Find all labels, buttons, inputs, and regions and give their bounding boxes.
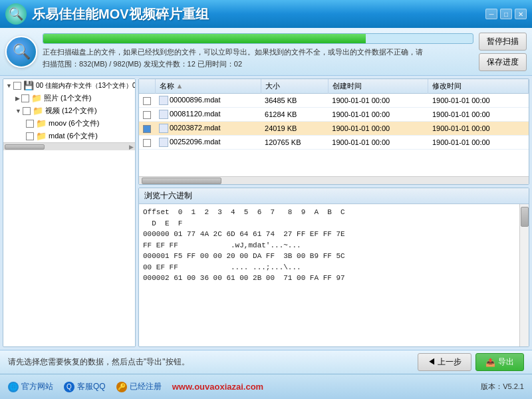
window-controls: ─ □ ✕ <box>485 9 527 19</box>
registered-link[interactable]: 🔑 已经注册 <box>116 381 162 392</box>
folder-icon-moov: 📁 <box>36 118 47 128</box>
col-header-created[interactable]: 创建时间 <box>328 79 428 94</box>
tree-hscrollbar[interactable]: ▶ <box>3 142 135 150</box>
table-row[interactable]: 00000896.mdat 36485 KB 1900-01-01 00:00 … <box>139 94 529 108</box>
file-icon <box>159 138 168 147</box>
table-row[interactable]: 00252096.mdat 120765 KB 1900-01-01 00:00… <box>139 136 529 150</box>
prev-button[interactable]: ◀ 上一步 <box>418 353 471 371</box>
footer-links: 🌐 官方网站 Q 客服QQ 🔑 已经注册 www.ouvaoxiazai.com <box>8 381 263 392</box>
toolbar: 🔍 正在扫描磁盘上的文件，如果已经找到您的文件，可以立即导出。如果找到的文件不全… <box>0 28 532 76</box>
col-header-size[interactable]: 大小 <box>261 79 328 94</box>
file-checkbox[interactable] <box>143 97 151 105</box>
table-row[interactable]: 00203872.mdat 24019 KB 1900-01-01 00:00 … <box>139 122 529 136</box>
file-row-modified: 1900-01-01 00:00 <box>428 94 529 108</box>
customer-qq-link[interactable]: Q 客服QQ <box>64 381 106 392</box>
file-table: 名称 ▲ 大小 创建时间 修改时间 00000896.mdat 36485 KB… <box>139 79 529 150</box>
registered-label: 已经注册 <box>130 381 162 392</box>
hint-text: 请先选择您需要恢复的数据，然后点击"导出"按钮。 <box>8 356 190 368</box>
col-header-modified[interactable]: 修改时间 <box>428 79 529 94</box>
hex-viewer-title: 浏览十六进制 <box>139 188 529 204</box>
hex-scrollbar[interactable] <box>519 204 529 346</box>
export-label: 导出 <box>498 356 514 368</box>
pause-scan-button[interactable]: 暂停扫描 <box>479 33 527 51</box>
nav-buttons: ◀ 上一步 📤 导出 <box>418 353 524 371</box>
tree-label-video: 视频 (12个文件) <box>45 106 97 116</box>
app-title: 乐易佳佳能MOV视频碎片重组 <box>32 5 485 23</box>
file-row-size: 61284 KB <box>261 108 328 122</box>
export-icon: 📤 <box>485 358 495 367</box>
maximize-button[interactable]: □ <box>500 9 512 19</box>
right-panel: 名称 ▲ 大小 创建时间 修改时间 00000896.mdat 36485 KB… <box>138 78 529 347</box>
hex-content: Offset 0 1 2 3 4 5 6 7 8 9 A B C D E F 0… <box>139 204 529 346</box>
official-site-link[interactable]: 🌐 官方网站 <box>8 381 53 392</box>
file-row-size: 120765 KB <box>261 136 328 150</box>
save-progress-button[interactable]: 保存进度 <box>479 53 527 71</box>
table-row[interactable]: 00081120.mdat 61284 KB 1900-01-01 00:00 … <box>139 108 529 122</box>
folder-icon-mdat: 📁 <box>36 131 47 141</box>
scan-text-line1: 正在扫描磁盘上的文件，如果已经找到您的文件，可以立即导出。如果找到的文件不全，或… <box>43 47 473 59</box>
tree-checkbox-photos[interactable] <box>21 94 29 102</box>
tree-item-photos[interactable]: ▶ 📁 照片 (1个文件) <box>3 92 135 104</box>
hex-text[interactable]: Offset 0 1 2 3 4 5 6 7 8 9 A B C D E F 0… <box>139 204 519 346</box>
file-row-created: 1900-01-01 00:00 <box>328 94 428 108</box>
col-header-check <box>139 79 155 94</box>
file-row-check[interactable] <box>139 108 155 122</box>
bottom-bar: 请先选择您需要恢复的数据，然后点击"导出"按钮。 ◀ 上一步 📤 导出 <box>0 350 532 374</box>
tree-checkbox-mdat[interactable] <box>26 132 34 140</box>
file-tree-panel: ▼ 💾 00 佳能内存卡文件（13个文件）0(GB) 0( ▶ 📁 照片 (1个… <box>3 78 136 347</box>
tree-item-video[interactable]: ▼ 📁 视频 (12个文件) <box>3 104 135 117</box>
tree-checkbox-video[interactable] <box>23 107 31 115</box>
tree-checkbox-root[interactable] <box>13 82 21 90</box>
file-table-hscrollbar-thumb[interactable] <box>142 178 221 184</box>
progress-bar-fill <box>43 34 366 43</box>
tree-hscrollbar-thumb[interactable] <box>5 144 45 150</box>
file-table-hscrollbar[interactable] <box>139 176 529 184</box>
file-row-modified: 1900-01-01 00:00 <box>428 122 529 136</box>
col-header-name[interactable]: 名称 ▲ <box>155 79 261 94</box>
app-icon: 🔍 <box>5 3 27 25</box>
file-row-created: 1900-01-01 00:00 <box>328 136 428 150</box>
minimize-button[interactable]: ─ <box>485 9 497 19</box>
folder-icon-photos: 📁 <box>31 93 42 103</box>
folder-icon-video: 📁 <box>33 106 43 116</box>
official-site-icon: 🌐 <box>8 382 19 392</box>
scan-text-line2: 扫描范围：832(MB) / 982(MB) 发现文件数：12 已用时间：02 <box>43 59 473 70</box>
customer-qq-icon: Q <box>64 382 74 392</box>
file-row-created: 1900-01-01 00:00 <box>328 122 428 136</box>
export-button[interactable]: 📤 导出 <box>475 353 524 371</box>
file-checkbox[interactable] <box>143 139 151 147</box>
tree-label-photos: 照片 (1个文件) <box>44 93 92 103</box>
tree-item-mdat[interactable]: 📁 mdat (6个文件) <box>3 130 135 142</box>
file-row-created: 1900-01-01 00:00 <box>328 108 428 122</box>
tree-label-root: 00 佳能内存卡文件（13个文件）0(GB) 0( <box>36 81 136 90</box>
file-row-check[interactable] <box>139 94 155 108</box>
close-button[interactable]: ✕ <box>515 9 527 19</box>
app-logo: 🔍 <box>5 36 37 68</box>
tree-checkbox-moov[interactable] <box>26 120 34 128</box>
file-row-name: 00203872.mdat <box>155 122 261 136</box>
hex-scrollbar-thumb[interactable] <box>521 207 529 227</box>
file-icon <box>159 110 168 119</box>
file-checkbox[interactable] <box>143 111 151 119</box>
file-row-name: 00252096.mdat <box>155 136 261 150</box>
main-content: ▼ 💾 00 佳能内存卡文件（13个文件）0(GB) 0( ▶ 📁 照片 (1个… <box>0 76 532 350</box>
scan-info: 正在扫描磁盘上的文件，如果已经找到您的文件，可以立即导出。如果找到的文件不全，或… <box>43 33 473 70</box>
toolbar-buttons: 暂停扫描 保存进度 <box>479 33 527 71</box>
table-header-row: 名称 ▲ 大小 创建时间 修改时间 <box>139 79 529 94</box>
file-row-size: 36485 KB <box>261 94 328 108</box>
file-table-scroll[interactable]: 名称 ▲ 大小 创建时间 修改时间 00000896.mdat 36485 KB… <box>139 79 529 176</box>
file-row-check[interactable] <box>139 136 155 150</box>
tree-item-moov[interactable]: 📁 moov (6个文件) <box>3 117 135 130</box>
tree-label-mdat: mdat (6个文件) <box>49 131 98 141</box>
file-checkbox[interactable] <box>143 125 151 133</box>
file-row-check[interactable] <box>139 122 155 136</box>
website-text: www.ouvaoxiazai.com <box>172 382 264 392</box>
official-site-label: 官方网站 <box>21 381 53 392</box>
file-row-name: 00000896.mdat <box>155 94 261 108</box>
file-row-size: 24019 KB <box>261 122 328 136</box>
tree-label-moov: moov (6个文件) <box>49 118 99 128</box>
file-icon <box>159 96 168 105</box>
file-table-container: 名称 ▲ 大小 创建时间 修改时间 00000896.mdat 36485 KB… <box>138 78 529 185</box>
file-row-name: 00081120.mdat <box>155 108 261 122</box>
tree-item-root[interactable]: ▼ 💾 00 佳能内存卡文件（13个文件）0(GB) 0( <box>3 79 135 92</box>
